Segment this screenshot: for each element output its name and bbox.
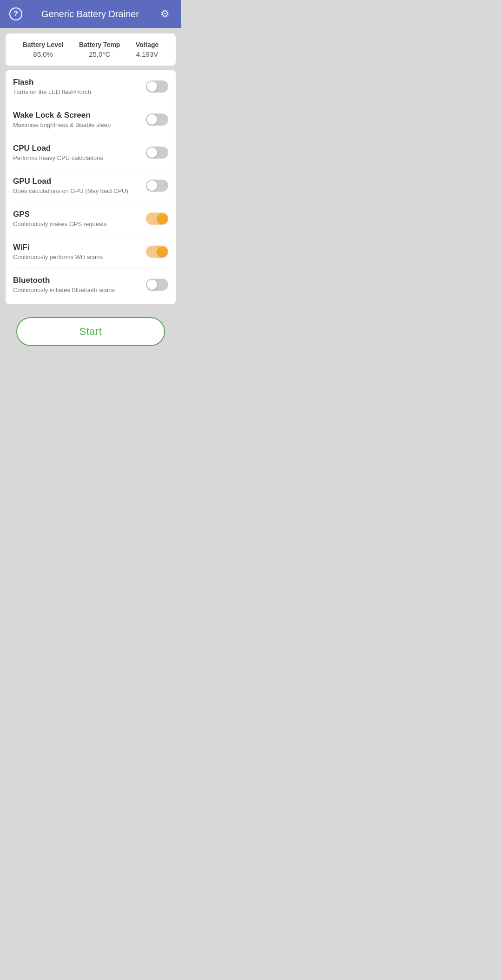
battery-temp-label: Battery Temp: [79, 41, 120, 48]
setting-text-flash: FlashTurns on the LED flash/Torch: [13, 78, 146, 95]
toggle-slider-wake-lock: [146, 113, 168, 126]
setting-desc-bluetooth: Continuously initiates Bluetooth scans: [13, 287, 146, 293]
setting-title-wifi: WiFi: [13, 243, 146, 252]
battery-stats-card: Battery Level 85,0% Battery Temp 25,0°C …: [6, 33, 176, 66]
start-button[interactable]: Start: [16, 317, 165, 346]
toggle-slider-gpu-load: [146, 180, 168, 192]
setting-title-cpu-load: CPU Load: [13, 144, 146, 153]
battery-temp-stat: Battery Temp 25,0°C: [79, 41, 120, 58]
toggle-slider-gps: [146, 213, 168, 225]
settings-card: FlashTurns on the LED flash/TorchWake Lo…: [6, 70, 176, 304]
setting-item-flash: FlashTurns on the LED flash/Torch: [13, 70, 168, 103]
setting-item-gps: GPSContinuously makes GPS requests: [13, 202, 168, 235]
toggle-gps[interactable]: [146, 213, 168, 225]
main-content: Battery Level 85,0% Battery Temp 25,0°C …: [0, 28, 181, 310]
setting-title-gps: GPS: [13, 210, 146, 219]
toggle-wifi[interactable]: [146, 246, 168, 258]
setting-title-flash: Flash: [13, 78, 146, 87]
battery-level-label: Battery Level: [23, 41, 64, 48]
toggle-bluetooth[interactable]: [146, 279, 168, 291]
voltage-label: Voltage: [136, 41, 159, 48]
setting-text-wifi: WiFiContinuously performs Wifi scans: [13, 243, 146, 260]
setting-desc-wifi: Continuously performs Wifi scans: [13, 253, 146, 260]
toggle-cpu-load[interactable]: [146, 147, 168, 159]
setting-desc-gpu-load: Does calculations on GPU (May load CPU): [13, 187, 146, 194]
settings-button[interactable]: ⚙: [158, 8, 172, 20]
toggle-slider-bluetooth: [146, 279, 168, 291]
setting-title-bluetooth: Bluetooth: [13, 276, 146, 285]
toggle-flash[interactable]: [146, 80, 168, 93]
setting-desc-flash: Turns on the LED flash/Torch: [13, 88, 146, 95]
gear-icon: ⚙: [160, 8, 170, 20]
setting-text-wake-lock: Wake Lock & ScreenMaximise brightness & …: [13, 111, 146, 128]
toggle-slider-cpu-load: [146, 147, 168, 159]
setting-desc-cpu-load: Performs heavy CPU calculations: [13, 154, 146, 161]
question-icon: ?: [13, 10, 18, 18]
setting-title-gpu-load: GPU Load: [13, 177, 146, 186]
setting-text-gpu-load: GPU LoadDoes calculations on GPU (May lo…: [13, 177, 146, 194]
app-header: ? Generic Battery Drainer ⚙: [0, 0, 181, 28]
battery-temp-value: 25,0°C: [89, 50, 110, 58]
setting-item-gpu-load: GPU LoadDoes calculations on GPU (May lo…: [13, 169, 168, 202]
setting-item-wifi: WiFiContinuously performs Wifi scans: [13, 235, 168, 268]
voltage-stat: Voltage 4.193V: [136, 41, 159, 58]
setting-item-cpu-load: CPU LoadPerforms heavy CPU calculations: [13, 136, 168, 169]
battery-level-stat: Battery Level 85,0%: [23, 41, 64, 58]
toggle-gpu-load[interactable]: [146, 180, 168, 192]
setting-desc-wake-lock: Maximise brightness & disable sleep: [13, 121, 146, 128]
setting-text-bluetooth: BluetoothContinuously initiates Bluetoot…: [13, 276, 146, 293]
toggle-slider-flash: [146, 80, 168, 93]
setting-text-gps: GPSContinuously makes GPS requests: [13, 210, 146, 227]
help-button[interactable]: ?: [9, 7, 22, 20]
setting-item-bluetooth: BluetoothContinuously initiates Bluetoot…: [13, 268, 168, 301]
app-title: Generic Battery Drainer: [22, 9, 158, 20]
bottom-bar: Start: [0, 310, 181, 353]
battery-level-value: 85,0%: [33, 50, 53, 58]
setting-desc-gps: Continuously makes GPS requests: [13, 220, 146, 227]
setting-item-wake-lock: Wake Lock & ScreenMaximise brightness & …: [13, 103, 168, 136]
voltage-value: 4.193V: [136, 50, 159, 58]
toggle-slider-wifi: [146, 246, 168, 258]
setting-text-cpu-load: CPU LoadPerforms heavy CPU calculations: [13, 144, 146, 161]
toggle-wake-lock[interactable]: [146, 113, 168, 126]
setting-title-wake-lock: Wake Lock & Screen: [13, 111, 146, 120]
